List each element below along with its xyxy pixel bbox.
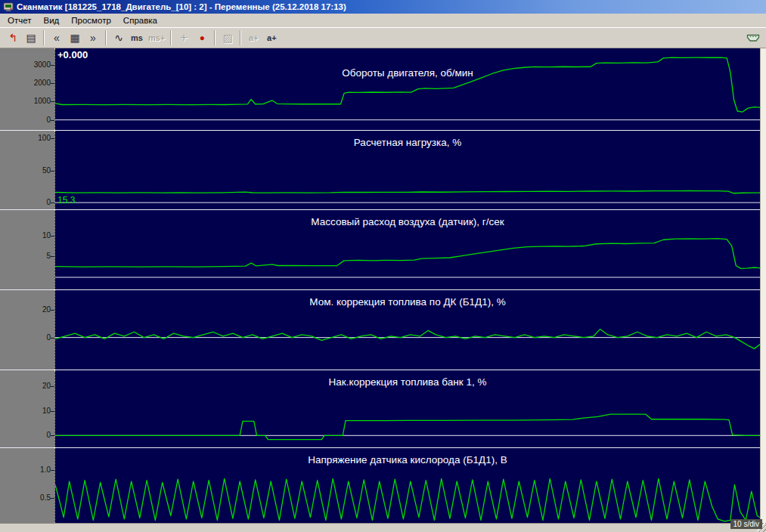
chart-title: Напряжение датчика кислорода (Б1Д1), В [55,454,760,466]
signal-trace [55,239,760,269]
toolbar: ↰ ▤ « ▦ » ∿ ms ms+ + ● ▨ a+ a+ [0,27,766,48]
axis-tick-label: 0.5 [40,494,51,502]
page-forward-button[interactable]: » [84,29,102,47]
menu-bar: Отчет Вид Просмотр Справка [0,14,766,27]
vertical-scrollbar[interactable] [760,48,766,523]
axis-gutter: 105 [0,210,54,289]
chart-title: Массовый расход воздуха (датчик), г/сек [55,216,760,227]
font-larger-button[interactable]: a+ [262,29,281,47]
axis-tick-label: 10 [42,407,51,415]
signal-trace [55,57,760,112]
record-button[interactable]: ● [193,29,211,47]
axis-tick-label: 1.0 [40,466,51,474]
toolbar-separator [240,30,241,45]
plot-area[interactable]: Нак.коррекция топлива банк 1, % [54,370,760,447]
menu-view[interactable]: Вид [38,15,66,26]
signal-trace [55,478,760,521]
axis-tick-label: 3000 [34,61,51,69]
connector-icon[interactable] [744,29,762,47]
chart-title: Обороты двигателя, об/мин [55,67,760,79]
plot-area[interactable]: Расчетная нагрузка, % 15.3 [54,131,760,209]
axis-tick-label: 50 [42,167,51,175]
app-icon [3,2,14,12]
chart-title: Расчетная нагрузка, % [55,137,760,148]
plot-area[interactable]: Массовый расход воздуха (датчик), г/сек [54,210,760,289]
ms-plus-button: ms+ [146,29,167,47]
chart-stft: 200 Мом. коррекция топлива по ДК (Б1Д1),… [0,289,760,370]
menu-report[interactable]: Отчет [2,15,38,26]
menu-help[interactable]: Справка [117,15,163,26]
toolbar-separator [43,30,45,45]
toolbar-separator [214,30,216,45]
trace-svg [55,48,760,130]
app-window: Сканматик [181225_1718_Двигатель_[10] : … [0,0,766,532]
snapshot-icon: ▨ [219,29,237,47]
plot-area[interactable]: +0.000 Обороты двигателя, об/мин [54,48,760,130]
axis-gutter: 3000200010000 [0,48,54,130]
chart-ltft: 20100 Нак.коррекция топлива банк 1, % [0,370,760,447]
disconnect-button[interactable]: ↰ [4,29,22,47]
menu-browse[interactable]: Просмотр [65,15,117,26]
timebase-label: 10 s/div [730,519,762,529]
report-icon[interactable]: ▤ [22,29,40,47]
axis-gutter: 200 [0,290,54,370]
chart-stack: 3000200010000 +0.000 Обороты двигателя, … [0,48,760,523]
axis-tick-label: 20 [42,382,51,390]
axis-gutter: 20100 [0,370,54,447]
ms-button[interactable]: ms [128,29,146,47]
page-back-button[interactable]: « [48,29,66,47]
toolbar-separator [170,30,172,45]
chart-title: Нак.коррекция топлива банк 1, % [55,376,760,388]
cursor-offset-label: +0.000 [57,49,88,60]
axis-tick-label: 10 [42,232,51,240]
axis-tick-label: 2000 [34,79,51,87]
toolbar-separator [105,30,107,45]
page-list-icon[interactable]: ▦ [66,29,84,47]
font-smaller-button: a+ [244,29,262,47]
chart-maf: 105 Массовый расход воздуха (датчик), г/… [0,209,760,289]
chart-title: Мом. коррекция топлива по ДК (Б1Д1), % [55,296,760,308]
axis-gutter: 1.00.5 [0,448,54,523]
crosshair-icon: + [175,29,193,47]
signal-trace [55,329,760,349]
window-title: Сканматик [181225_1718_Двигатель_[10] : … [17,2,346,11]
chart-o2: 1.00.5 Напряжение датчика кислорода (Б1Д… [0,447,760,523]
oscillogram-icon[interactable]: ∿ [110,29,128,47]
axis-tick-label: 20 [42,306,51,314]
chart-load: 100500 Расчетная нагрузка, % 15.3 [0,130,760,209]
current-value-label: 15.3 [57,195,75,206]
signal-trace [55,190,760,193]
axis-tick-label: 100 [38,135,51,142]
chart-workspace: 3000200010000 +0.000 Обороты двигателя, … [0,48,766,523]
axis-gutter: 100500 [0,131,54,209]
plot-area[interactable]: Напряжение датчика кислорода (Б1Д1), В [54,448,760,523]
horizontal-scrollbar[interactable] [0,523,766,532]
axis-tick-label: 1000 [34,97,51,105]
chart-rpm: 3000200010000 +0.000 Обороты двигателя, … [0,48,760,130]
plot-area[interactable]: Мом. коррекция топлива по ДК (Б1Д1), % [54,290,760,370]
title-bar: Сканматик [181225_1718_Двигатель_[10] : … [0,0,766,14]
